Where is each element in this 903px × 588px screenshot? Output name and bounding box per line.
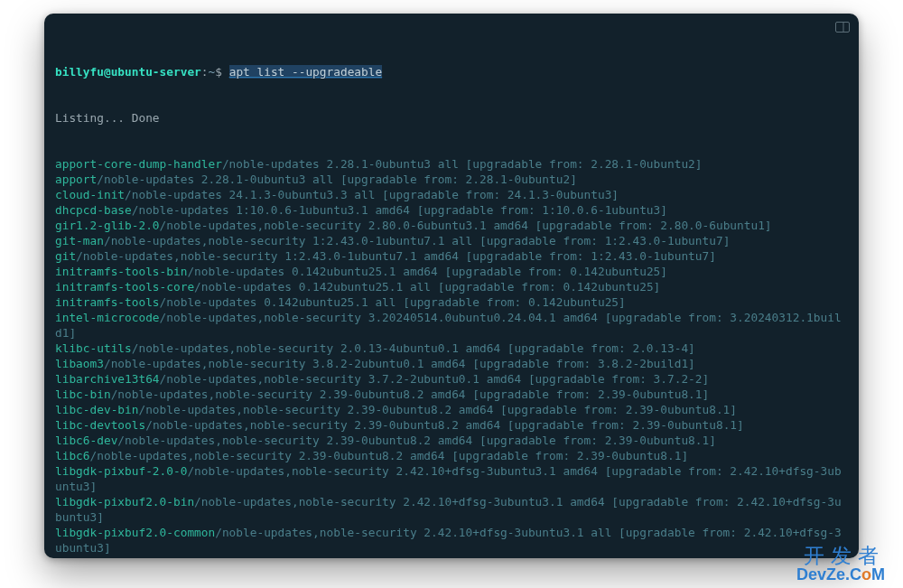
package-name: libgdk-pixbuf-2.0-0 bbox=[55, 464, 187, 478]
package-line: git/noble-updates,noble-security 1:2.43.… bbox=[55, 248, 848, 264]
package-line: libc6-dev/noble-updates,noble-security 2… bbox=[55, 433, 848, 448]
package-line: apport-core-dump-handler/noble-updates 2… bbox=[55, 156, 848, 172]
package-line: cloud-init/noble-updates 24.1.3-0ubuntu3… bbox=[55, 187, 848, 202]
package-name: initramfs-tools-bin bbox=[55, 265, 187, 278]
package-line: libglib2.0-0t64/noble-updates,noble-secu… bbox=[55, 555, 848, 558]
package-line: libgdk-pixbuf-2.0-0/noble-updates,noble-… bbox=[55, 463, 848, 494]
package-line: libgdk-pixbuf2.0-common/noble-updates,no… bbox=[55, 525, 848, 555]
watermark-en: DevZe.CoM bbox=[796, 566, 885, 583]
package-name: libgdk-pixbuf2.0-bin bbox=[55, 495, 194, 509]
package-name: libaom3 bbox=[55, 357, 104, 370]
package-line: git-man/noble-updates,noble-security 1:2… bbox=[55, 233, 848, 248]
package-name: git-man bbox=[55, 234, 104, 247]
package-details: /noble-updates 1:10.0.6-1ubuntu3.1 amd64… bbox=[132, 203, 667, 217]
package-details: /noble-updates,noble-security 2.39-0ubun… bbox=[90, 449, 689, 462]
package-details: /noble-updates 0.142ubuntu25.1 amd64 [up… bbox=[187, 265, 667, 278]
package-name: cloud-init bbox=[55, 188, 125, 201]
package-name: apport-core-dump-handler bbox=[55, 157, 222, 171]
package-name: gir1.2-glib-2.0 bbox=[55, 219, 160, 232]
package-name: git bbox=[55, 249, 76, 263]
package-name: klibc-utils bbox=[55, 341, 132, 355]
package-details: /noble-updates 2.28.1-0ubuntu3 all [upgr… bbox=[222, 157, 703, 171]
package-details: /noble-updates,noble-security 2.39-0ubun… bbox=[145, 418, 744, 432]
package-name: libc6-dev bbox=[55, 434, 117, 447]
package-name: initramfs-tools bbox=[55, 295, 160, 309]
package-line: libaom3/noble-updates,noble-security 3.8… bbox=[55, 356, 848, 371]
package-name: libarchive13t64 bbox=[55, 372, 160, 386]
package-line: apport/noble-updates 2.28.1-0ubuntu3 all… bbox=[55, 172, 848, 187]
terminal-output[interactable]: billyfu@ubuntu-server:~$ apt list --upgr… bbox=[55, 33, 848, 549]
package-line: libarchive13t64/noble-updates,noble-secu… bbox=[55, 371, 848, 387]
package-name: libc-bin bbox=[55, 387, 111, 401]
package-details: /noble-updates,noble-security 2.39-0ubun… bbox=[111, 387, 710, 401]
package-details: /noble-updates,noble-security 2.39-0ubun… bbox=[138, 403, 737, 416]
package-name: libglib2.0-0t64 bbox=[55, 556, 160, 558]
package-line: intel-microcode/noble-updates,noble-secu… bbox=[55, 310, 848, 341]
package-line: dhcpcd-base/noble-updates 1:10.0.6-1ubun… bbox=[55, 202, 848, 218]
package-line: initramfs-tools-bin/noble-updates 0.142u… bbox=[55, 264, 848, 279]
package-details: /noble-updates,noble-security 2.80.0-6ub… bbox=[160, 556, 772, 558]
package-details: /noble-updates,noble-security 2.0.13-4ub… bbox=[132, 341, 695, 355]
prompt-user: billyfu@ubuntu-server bbox=[55, 65, 201, 79]
package-details: /noble-updates,noble-security 3.8.2-2ubu… bbox=[104, 357, 695, 370]
package-name: initramfs-tools-core bbox=[55, 280, 194, 294]
listing-header: Listing... Done bbox=[55, 110, 848, 126]
package-name: apport bbox=[55, 173, 97, 186]
package-name: intel-microcode bbox=[55, 311, 160, 324]
package-line: libc-dev-bin/noble-updates,noble-securit… bbox=[55, 402, 848, 417]
package-line: libgdk-pixbuf2.0-bin/noble-updates,noble… bbox=[55, 494, 848, 525]
pane-split-icon bbox=[835, 19, 850, 30]
package-name: libc-devtools bbox=[55, 418, 145, 432]
package-line: libc-devtools/noble-updates,noble-securi… bbox=[55, 417, 848, 433]
package-details: /noble-updates,noble-security 2.39-0ubun… bbox=[117, 434, 716, 447]
watermark: 开发者 DevZe.CoM bbox=[796, 546, 885, 583]
package-name: libc6 bbox=[55, 449, 90, 462]
package-details: /noble-updates,noble-security 1:2.43.0-1… bbox=[104, 234, 730, 247]
package-details: /noble-updates,noble-security 1:2.43.0-1… bbox=[76, 249, 716, 263]
package-line: libc-bin/noble-updates,noble-security 2.… bbox=[55, 387, 848, 402]
package-details: /noble-updates 2.28.1-0ubuntu3 all [upgr… bbox=[97, 173, 577, 186]
prompt-separator: : bbox=[201, 65, 209, 79]
package-details: /noble-updates,noble-security 3.20240514… bbox=[55, 311, 842, 340]
package-name: dhcpcd-base bbox=[55, 203, 132, 217]
typed-command: apt list --upgradeable bbox=[229, 65, 383, 79]
prompt-dollar: $ bbox=[215, 65, 222, 79]
package-details: /noble-updates 24.1.3-0ubuntu3.3 all [up… bbox=[125, 188, 619, 201]
package-name: libgdk-pixbuf2.0-common bbox=[55, 526, 215, 539]
package-line: initramfs-tools/noble-updates 0.142ubunt… bbox=[55, 294, 848, 310]
svg-rect-0 bbox=[836, 23, 850, 33]
package-line: gir1.2-glib-2.0/noble-updates,noble-secu… bbox=[55, 218, 848, 233]
watermark-cn: 开发者 bbox=[796, 546, 885, 566]
package-line: libc6/noble-updates,noble-security 2.39-… bbox=[55, 448, 848, 463]
terminal-window[interactable]: billyfu@ubuntu-server:~$ apt list --upgr… bbox=[44, 14, 859, 558]
package-line: initramfs-tools-core/noble-updates 0.142… bbox=[55, 279, 848, 294]
package-line: klibc-utils/noble-updates,noble-security… bbox=[55, 341, 848, 356]
package-details: /noble-updates,noble-security 2.80.0-6ub… bbox=[160, 219, 772, 232]
prompt-line: billyfu@ubuntu-server:~$ apt list --upgr… bbox=[55, 64, 848, 79]
package-details: /noble-updates 0.142ubuntu25.1 all [upgr… bbox=[194, 280, 660, 294]
package-details: /noble-updates,noble-security 3.7.2-2ubu… bbox=[160, 372, 710, 386]
package-name: libc-dev-bin bbox=[55, 403, 138, 416]
package-details: /noble-updates 0.142ubuntu25.1 all [upgr… bbox=[160, 295, 626, 309]
